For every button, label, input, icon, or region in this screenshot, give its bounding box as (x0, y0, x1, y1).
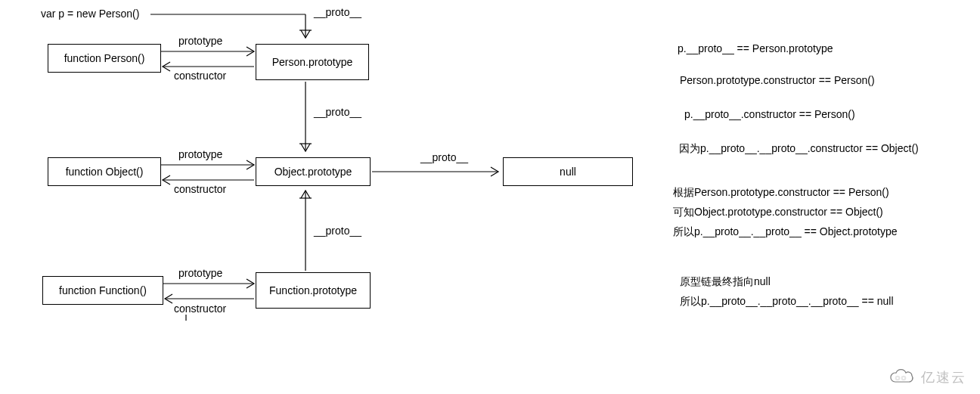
svg-point-15 (896, 377, 900, 380)
box-null-label: null (560, 166, 576, 178)
label-constructor-person: constructor (174, 70, 226, 82)
label-prototype-function: prototype (178, 267, 222, 279)
note-2: Person.prototype.constructor == Person() (680, 74, 875, 86)
note-3: p.__proto__.constructor == Person() (684, 108, 855, 120)
watermark-text: 亿速云 (921, 368, 966, 386)
box-function-function: function Function() (42, 276, 163, 305)
label-proto-person-to-object: __proto__ (314, 106, 361, 118)
label-constructor-function: constructor (174, 302, 226, 315)
cloud-icon (886, 368, 916, 386)
note-8: 原型链最终指向null (680, 275, 771, 289)
label-proto-p-to-person: __proto__ (314, 6, 361, 18)
box-object-prototype-label: Object.prototype (274, 166, 352, 178)
box-function-function-label: function Function() (59, 284, 147, 296)
watermark: 亿速云 (886, 368, 966, 386)
svg-point-16 (902, 377, 906, 380)
box-object-prototype: Object.prototype (256, 157, 371, 186)
label-prototype-person: prototype (178, 35, 222, 47)
note-5: 根据Person.prototype.constructor == Person… (673, 186, 889, 200)
var-p-text: var p = new Person() (41, 8, 139, 20)
box-null: null (503, 157, 633, 186)
note-4: 因为p.__proto__.__proto__.constructor == O… (679, 142, 919, 156)
label-constructor-object: constructor (174, 183, 226, 195)
box-function-prototype-label: Function.prototype (269, 284, 357, 296)
label-proto-object-to-null: __proto__ (420, 151, 468, 163)
box-function-object: function Object() (48, 157, 161, 186)
note-6: 可知Object.prototype.constructor == Object… (673, 206, 883, 219)
box-function-person-label: function Person() (64, 52, 145, 64)
box-person-prototype: Person.prototype (256, 44, 369, 80)
label-prototype-object: prototype (178, 148, 222, 160)
box-person-prototype-label: Person.prototype (272, 56, 353, 68)
note-9: 所以p.__proto__.__proto__.__proto__ == nul… (680, 295, 894, 309)
box-function-person: function Person() (48, 44, 161, 73)
box-function-object-label: function Object() (66, 166, 144, 178)
box-function-prototype: Function.prototype (256, 272, 371, 309)
label-proto-function-to-object: __proto__ (314, 225, 361, 237)
note-7: 所以p.__proto__.__proto__ == Object.protot… (673, 225, 898, 239)
note-1: p.__proto__ == Person.prototype (678, 42, 833, 54)
